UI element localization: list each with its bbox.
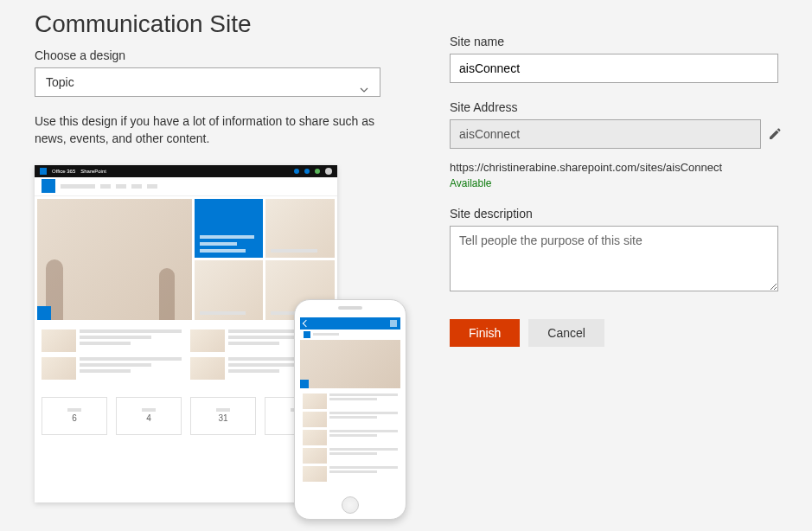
availability-status: Available xyxy=(450,177,786,189)
cal-day: 4 xyxy=(142,413,156,423)
site-address-label: Site Address xyxy=(450,100,786,114)
design-select[interactable]: Topic xyxy=(35,67,380,97)
site-name-label: Site name xyxy=(450,35,786,48)
cal-day: 31 xyxy=(216,413,230,423)
design-selected-value: Topic xyxy=(46,68,74,96)
design-description: Use this design if you have a lot of inf… xyxy=(35,112,389,148)
pencil-icon[interactable] xyxy=(768,127,782,141)
site-description-label: Site description xyxy=(450,207,786,221)
site-description-input[interactable] xyxy=(450,226,778,291)
page-title: Communication Site xyxy=(35,10,389,38)
design-preview: Office 365 SharePoint xyxy=(35,165,380,511)
site-name-input[interactable] xyxy=(450,54,778,83)
desktop-preview: Office 365 SharePoint xyxy=(35,165,337,502)
finish-button[interactable]: Finish xyxy=(450,319,520,347)
cal-day: 6 xyxy=(67,413,81,423)
chevron-down-icon xyxy=(359,77,369,87)
design-label: Choose a design xyxy=(35,48,389,62)
site-url: https://christinerabine.sharepoint.com/s… xyxy=(450,161,786,174)
cancel-button[interactable]: Cancel xyxy=(528,319,604,347)
phone-preview xyxy=(294,299,406,520)
site-address-input[interactable] xyxy=(450,119,761,149)
